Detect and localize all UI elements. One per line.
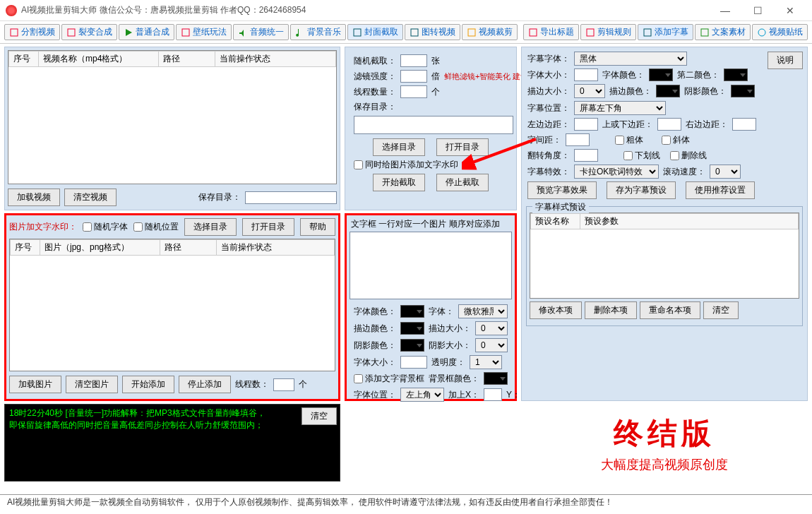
clear-preset-button[interactable]: 清空 <box>703 301 739 319</box>
image-icon <box>410 28 419 37</box>
strike-checkbox[interactable]: 删除线 <box>670 150 707 162</box>
tab-sticker[interactable]: 视频贴纸 <box>752 24 808 40</box>
wm-select-dir-button[interactable]: 选择目录 <box>184 218 237 236</box>
margin-left-input[interactable] <box>574 118 598 131</box>
start-capture-button[interactable]: 开始截取 <box>373 174 425 191</box>
add-watermark-checkbox[interactable]: 同时给图片添加文字水印 <box>354 159 458 171</box>
subtitle-position-select[interactable]: 屏幕左下角 <box>574 101 666 115</box>
shadow-size-select[interactable]: 0 <box>475 338 508 352</box>
stop-capture-button[interactable]: 停止截取 <box>436 174 489 191</box>
clear-image-button[interactable]: 清空图片 <box>66 376 118 393</box>
rename-preset-button[interactable]: 重命名本项 <box>640 301 700 319</box>
close-button[interactable]: ✕ <box>774 0 806 21</box>
load-image-button[interactable]: 加载图片 <box>9 376 61 393</box>
split-icon <box>66 28 76 37</box>
bg-color-picker[interactable] <box>484 372 508 385</box>
italic-checkbox[interactable]: 斜体 <box>662 134 690 146</box>
svg-rect-3 <box>182 29 189 36</box>
start-add-button[interactable]: 开始添加 <box>122 376 174 393</box>
titlebar: AI视频批量剪辑大师 微信公众号：唐易视频批量剪辑 作者QQ：264246895… <box>0 0 812 21</box>
stroke-color-picker[interactable] <box>400 322 424 335</box>
recommend-button[interactable]: 使用推荐设置 <box>686 181 755 199</box>
spacing-input[interactable] <box>566 133 590 146</box>
font-size-input[interactable] <box>400 356 427 369</box>
subtitle-stroke-size[interactable]: 0 <box>574 84 605 98</box>
random-font-checkbox[interactable]: 随机字体 <box>83 221 128 233</box>
filter-strength-input[interactable] <box>400 70 427 83</box>
tab-wallpaper[interactable]: 壁纸玩法 <box>176 24 232 40</box>
footer-text: AI视频批量剪辑大师是一款视频全自动剪辑软件， 仅用于个人原创视频制作、提高剪辑… <box>0 494 812 510</box>
wallpaper-icon <box>181 28 191 37</box>
tab-img2video[interactable]: 图转视频 <box>405 24 460 40</box>
image-table[interactable]: 序号 图片（jpg、png格式） 路径 当前操作状态 <box>10 239 335 256</box>
bold-checkbox[interactable]: 粗体 <box>615 134 643 146</box>
tab-bgm[interactable]: 背景音乐 <box>290 24 346 40</box>
tab-export-title[interactable]: 导出标题 <box>523 24 579 40</box>
rand-capture-input[interactable] <box>400 54 427 67</box>
cover-open-dir-button[interactable]: 打开目录 <box>436 138 489 156</box>
tab-split-video[interactable]: 分割视频 <box>4 24 60 40</box>
subtitle-color-picker[interactable] <box>649 68 673 81</box>
addx-input[interactable] <box>484 388 502 401</box>
save-preset-button[interactable]: 存为字幕预设 <box>607 181 676 199</box>
preview-subtitle-button[interactable]: 预览字幕效果 <box>527 181 597 199</box>
tab-normal-merge[interactable]: 普通合成 <box>119 24 174 40</box>
margin-top-input[interactable] <box>657 118 681 131</box>
font-select[interactable]: 微软雅黑 <box>458 304 508 318</box>
cover-select-dir-button[interactable]: 选择目录 <box>373 138 425 156</box>
watermark-title: 图片加文字水印： <box>9 221 77 233</box>
subtitle-font-select[interactable]: 黑体 <box>574 52 687 66</box>
effect-select[interactable]: 卡拉OK歌词特效 <box>574 165 659 179</box>
minimize-button[interactable]: — <box>709 0 741 21</box>
svg-rect-0 <box>11 29 18 36</box>
tab-add-subtitle[interactable]: 添加字幕 <box>638 24 693 40</box>
text-position-select[interactable]: 左上角 <box>400 388 444 402</box>
tab-audio-normalize[interactable]: 音频统一 <box>233 24 289 40</box>
cover-threads-input[interactable] <box>400 85 427 98</box>
scissors-icon <box>9 28 19 37</box>
shadow-color-picker[interactable] <box>400 339 424 352</box>
random-position-checkbox[interactable]: 随机位置 <box>133 221 179 233</box>
col-path: 路径 <box>159 52 215 67</box>
tab-fission[interactable]: 裂变合成 <box>61 24 117 40</box>
wm-help-button[interactable]: 帮助 <box>300 218 335 236</box>
scroll-speed-select[interactable]: 0 <box>710 165 741 179</box>
rotate-input[interactable] <box>574 149 598 162</box>
font-color-picker[interactable] <box>400 305 424 318</box>
stop-add-button[interactable]: 停止添加 <box>179 376 231 393</box>
wm-threads-input[interactable] <box>273 378 294 391</box>
preset-table[interactable]: 预设名称预设参数 <box>530 213 799 229</box>
tab-edit-rules[interactable]: 剪辑规则 <box>580 24 636 40</box>
watermark-text-input[interactable] <box>350 232 512 299</box>
tab-cover-capture[interactable]: 封面截取 <box>347 24 403 40</box>
subtitle-color2-picker[interactable] <box>724 68 748 81</box>
margin-right-input[interactable] <box>732 118 756 131</box>
bg-box-checkbox[interactable]: 添加文字背景框 <box>354 373 424 385</box>
tab-crop[interactable]: 视频裁剪 <box>462 24 518 40</box>
clear-video-button[interactable]: 清空视频 <box>64 189 117 206</box>
maximize-button[interactable]: ☐ <box>741 0 774 21</box>
load-video-button[interactable]: 加载视频 <box>8 189 60 206</box>
wm-open-dir-button[interactable]: 打开目录 <box>242 218 294 236</box>
tab-copywriting[interactable]: 文案素材 <box>695 24 751 40</box>
subtitle-stroke-color[interactable] <box>656 85 680 97</box>
col-index: 序号 <box>9 52 39 67</box>
opacity-select[interactable]: 1 <box>470 355 502 369</box>
log-clear-button[interactable]: 清空 <box>301 407 337 425</box>
svg-rect-1 <box>68 29 75 36</box>
cover-save-dir-input[interactable] <box>354 116 513 134</box>
underline-checkbox[interactable]: 下划线 <box>623 150 660 162</box>
crop-icon <box>467 28 477 37</box>
subtitle-size-input[interactable] <box>574 68 598 81</box>
save-dir-input[interactable] <box>245 191 337 204</box>
save-dir-label: 保存目录： <box>198 191 241 203</box>
preset-group-label: 字幕样式预设 <box>532 201 589 213</box>
promo-banner: 终结版 大幅度提高视频原创度 <box>521 404 808 480</box>
explain-button[interactable]: 说明 <box>768 52 803 69</box>
svg-marker-2 <box>126 29 132 36</box>
delete-preset-button[interactable]: 删除本项 <box>585 301 637 319</box>
subtitle-shadow-color[interactable] <box>731 85 755 97</box>
video-table[interactable]: 序号 视频名称（mp4格式） 路径 当前操作状态 <box>8 51 336 67</box>
modify-preset-button[interactable]: 修改本项 <box>530 301 582 319</box>
stroke-size-select[interactable]: 0 <box>475 321 508 335</box>
